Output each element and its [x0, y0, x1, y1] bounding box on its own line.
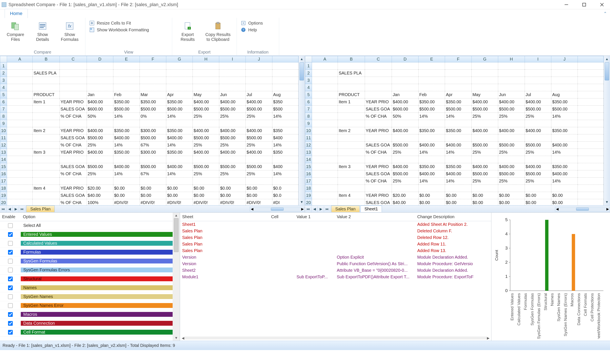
cell[interactable]	[166, 77, 192, 84]
cell[interactable]	[392, 70, 418, 77]
cell[interactable]: $400.00	[193, 127, 219, 134]
cell[interactable]: $400.00	[498, 98, 525, 106]
cell[interactable]	[33, 142, 59, 149]
cell[interactable]: Feb	[113, 91, 140, 98]
cell[interactable]: 67%	[140, 142, 166, 149]
cell[interactable]	[338, 120, 365, 127]
cell[interactable]: $40.00	[87, 192, 113, 199]
nav-next-right[interactable]: ▶	[318, 206, 324, 212]
cell[interactable]	[193, 84, 219, 91]
cell[interactable]	[498, 63, 525, 70]
cell[interactable]	[578, 113, 604, 120]
cell[interactable]	[338, 113, 365, 120]
option-label[interactable]: Select All	[21, 223, 173, 228]
cell[interactable]	[87, 178, 113, 185]
cell[interactable]: $500.00	[498, 170, 525, 178]
cell[interactable]	[33, 77, 59, 84]
minimize-button[interactable]	[563, 1, 570, 9]
cell[interactable]: #DIV/0!	[193, 199, 219, 206]
cell[interactable]: $400.00	[525, 98, 551, 106]
cell[interactable]: $400.00	[193, 149, 219, 156]
resize-cells-button[interactable]: Resize Cells to Fit	[89, 20, 168, 26]
cell[interactable]: Item 1	[33, 98, 59, 106]
options-button[interactable]: Options	[241, 20, 275, 26]
cell[interactable]: % OF CHA	[59, 170, 87, 178]
option-label[interactable]: Data Connection	[21, 321, 173, 326]
cell[interactable]	[113, 84, 140, 91]
cell[interactable]	[445, 63, 472, 70]
cell[interactable]: $350.00	[113, 149, 140, 156]
cell[interactable]	[140, 156, 166, 163]
cell[interactable]	[33, 120, 59, 127]
cell[interactable]: $500.00	[551, 106, 578, 113]
cell[interactable]: 14%	[418, 178, 445, 185]
cell[interactable]: $400.00	[392, 98, 418, 106]
cell[interactable]	[578, 120, 604, 127]
cell[interactable]: SALES PLA	[338, 70, 365, 77]
cell[interactable]: $500.00	[219, 106, 246, 113]
cell[interactable]	[312, 106, 338, 113]
cell[interactable]	[140, 70, 166, 77]
cell[interactable]: SALES GOA	[59, 192, 87, 199]
cell[interactable]: Item 2	[33, 127, 59, 134]
hscroll-right[interactable]: ◀▶	[555, 207, 610, 211]
cell[interactable]	[33, 199, 59, 206]
cell[interactable]	[525, 185, 551, 192]
cell[interactable]	[392, 120, 418, 127]
cell[interactable]: $500.00	[140, 134, 166, 142]
cell[interactable]	[525, 120, 551, 127]
cell[interactable]	[219, 156, 246, 163]
cell[interactable]: $400.00	[219, 127, 246, 134]
cell[interactable]	[551, 70, 578, 77]
cell[interactable]	[166, 156, 192, 163]
cell[interactable]	[338, 106, 365, 113]
cell[interactable]	[445, 84, 472, 91]
cell[interactable]: Item 4	[33, 185, 59, 192]
cell[interactable]	[219, 120, 246, 127]
cell[interactable]: $0.00	[219, 192, 246, 199]
cell[interactable]: Jul	[525, 91, 551, 98]
cell[interactable]	[7, 91, 33, 98]
cell[interactable]	[59, 70, 87, 77]
cell[interactable]	[33, 192, 59, 199]
cell[interactable]	[140, 63, 166, 70]
cell[interactable]: SALES GOA	[365, 199, 392, 206]
cell[interactable]: $500.00	[166, 106, 192, 113]
cell[interactable]	[551, 185, 578, 192]
cell[interactable]	[7, 185, 33, 192]
cell[interactable]: $400.00	[113, 134, 140, 142]
cell[interactable]	[113, 63, 140, 70]
cell[interactable]	[272, 77, 298, 84]
option-label[interactable]: Entered Values	[21, 232, 173, 237]
cell[interactable]: $500.00	[87, 163, 113, 170]
cell[interactable]: $350.00	[113, 127, 140, 134]
cell[interactable]	[113, 120, 140, 127]
cell[interactable]: SALES GOA	[365, 106, 392, 113]
cell[interactable]: SALES GOA	[59, 134, 87, 142]
cell[interactable]	[246, 77, 272, 84]
cell[interactable]: $400.00	[392, 127, 418, 134]
cell[interactable]: Jul	[246, 91, 272, 98]
cell[interactable]	[365, 185, 392, 192]
cell[interactable]: 25%	[246, 113, 272, 120]
cell[interactable]	[7, 127, 33, 134]
cell[interactable]: 67%	[140, 170, 166, 178]
cell[interactable]	[140, 178, 166, 185]
cell[interactable]: SALES GOA	[59, 163, 87, 170]
result-row[interactable]: Module1Sub ExportToP...Sub ExportToPDF()…	[180, 274, 491, 280]
cell[interactable]: 14%	[551, 178, 578, 185]
cell[interactable]	[551, 84, 578, 91]
cell[interactable]	[193, 63, 219, 70]
cell[interactable]: 14%	[272, 170, 298, 178]
cell[interactable]: $400.00	[113, 163, 140, 170]
cell[interactable]: Jun	[498, 91, 525, 98]
ribbon-collapse-icon[interactable]: ⌃	[603, 11, 607, 16]
cell[interactable]: $500.00	[87, 134, 113, 142]
cell[interactable]	[87, 84, 113, 91]
cell[interactable]: 14%	[113, 170, 140, 178]
cell[interactable]	[113, 178, 140, 185]
cell[interactable]	[59, 77, 87, 84]
cell[interactable]: Item 3	[338, 163, 365, 170]
cell[interactable]	[87, 63, 113, 70]
cell[interactable]	[7, 120, 33, 127]
